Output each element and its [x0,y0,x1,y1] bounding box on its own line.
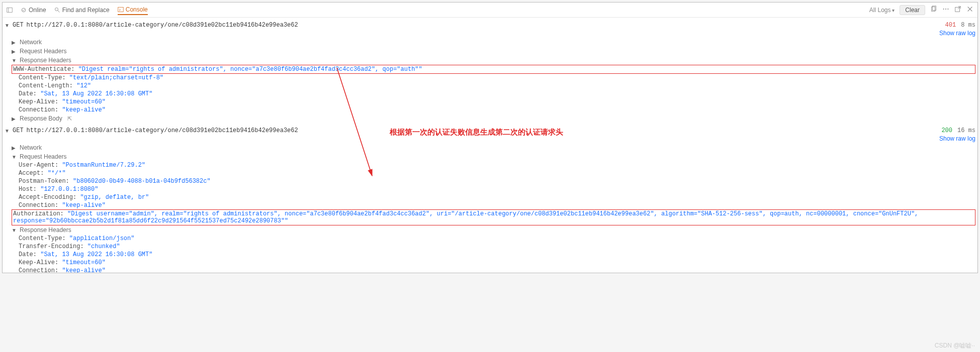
find-replace-label: Find and Replace [62,7,110,14]
entry-1-resp-headers-label: Response Headers [20,57,71,64]
entry-1-resp-headers-toggle[interactable]: ▼ [12,58,17,63]
svg-point-9 [945,9,946,10]
r1-keep-k: Keep-Alive: [19,98,58,105]
entry-1-method: GET [13,22,24,29]
r2-ptoken-k: Postman-Token: [19,178,69,185]
clear-button[interactable]: Clear [900,5,925,15]
r2-host-v: "127.0.0.1:8080" [40,186,98,193]
entry-2-status: 200 [941,127,952,134]
panel-toggle-icon[interactable] [7,7,13,13]
entry-2-req-headers-toggle[interactable]: ▼ [12,154,17,160]
console-tab[interactable]: Console [118,6,148,15]
r2r-conn-k: Connection: [19,267,58,273]
entry-1-resp-body-toggle[interactable]: ▶ [12,116,17,122]
svg-point-3 [55,8,58,11]
log-entry-1: ▼ GET http://127.0.0.1:8080/article-cate… [5,21,975,123]
r1-clen-v: "12" [76,82,91,89]
r1-conn-k: Connection: [19,106,58,113]
log-area: ▼ GET http://127.0.0.1:8080/article-cate… [3,18,977,273]
auth-key: Authorization: [13,210,64,217]
more-icon[interactable] [942,6,949,14]
www-auth-key: WWW-Authenticate: [13,66,74,73]
find-replace[interactable]: Find and Replace [54,7,110,14]
entry-2-req-headers-label: Request Headers [20,153,66,160]
popout-small-icon[interactable]: ⇱ [67,115,72,122]
authorization-header: Authorization: "Digest username="admin",… [12,209,975,225]
entry-1-network-label: Network [20,39,42,46]
r2r-ctype-v: "application/json" [69,235,135,242]
r1-date-k: Date: [19,90,37,97]
entry-2-network-toggle[interactable]: ▶ [12,145,17,151]
svg-rect-5 [118,7,124,12]
entry-2-network-label: Network [20,144,42,151]
r2r-keep-v: "timeout=60" [62,259,105,266]
online-status[interactable]: Online [21,7,46,14]
r2-ua-v: "PostmanRuntime/7.29.2" [62,162,145,169]
entry-2-raw-log[interactable]: Show raw log [939,135,975,142]
r2-ptoken-v: "b80602d0-0b49-4088-b01a-04b9fd56382c" [73,178,211,185]
entry-1-status: 401 [945,22,956,29]
entry-2-url: http://127.0.0.1:8080/article-category/o… [27,127,298,134]
entry-1-toggle[interactable]: ▼ [5,23,10,28]
console-panel: Online Find and Replace Console All Logs… [2,2,978,273]
r1-clen-k: Content-Length: [19,82,73,89]
entry-2-toggle[interactable]: ▼ [5,128,10,134]
r1-ctype-k: Content-Type: [19,74,66,81]
r2-host-k: Host: [19,186,37,193]
r2r-tenc-v: "chunked" [87,243,120,250]
r1-conn-v: "keep-alive" [62,106,105,113]
r2-aenc-k: Accept-Encoding: [19,194,76,201]
www-authenticate-header: WWW-Authenticate: "Digest realm="rights … [12,65,975,74]
entry-1-req-headers-toggle[interactable]: ▶ [12,49,17,54]
log-entry-2: ▼ GET http://127.0.0.1:8080/article-cate… [5,126,975,273]
r1-ctype-v: "text/plain;charset=utf-8" [69,74,163,81]
r2-accept-v: "*/*" [48,170,66,177]
close-icon[interactable] [966,6,973,14]
r2-conn-v: "keep-alive" [62,202,105,209]
auth-val: "Digest username="admin", realm="rights … [13,210,918,224]
log-filter-dropdown[interactable]: All Logs [869,7,895,14]
entry-2-resp-headers-toggle[interactable]: ▼ [12,227,17,233]
r2r-date-v: "Sat, 13 Aug 2022 16:30:08 GMT" [40,251,152,258]
entry-2-method: GET [13,127,24,134]
copy-icon[interactable] [930,6,937,14]
r1-keep-v: "timeout=60" [62,98,105,105]
entry-2-resp-headers-label: Response Headers [20,226,71,233]
r2-accept-k: Accept: [19,170,44,177]
svg-line-4 [57,10,59,12]
www-auth-val: "Digest realm="rights of administrators"… [78,66,422,73]
r2-conn-k: Connection: [19,202,58,209]
entry-1-time: 8 ms [961,22,975,29]
r2-aenc-v: "gzip, deflate, br" [80,194,149,201]
r2r-tenc-k: Transfer-Encoding: [19,243,84,250]
entry-1-raw-log[interactable]: Show raw log [939,30,975,37]
r1-date-v: "Sat, 13 Aug 2022 16:30:08 GMT" [40,90,152,97]
entry-1-network-toggle[interactable]: ▶ [12,40,17,45]
online-label: Online [29,7,46,14]
r2r-date-k: Date: [19,251,37,258]
entry-1-resp-body-label: Response Body [20,115,62,122]
entry-2-time: 16 ms [957,127,975,134]
popout-icon[interactable] [954,6,961,14]
r2-ua-k: User-Agent: [19,162,58,169]
entry-1-url: http://127.0.0.1:8080/article-category/o… [27,22,298,29]
annotation-text: 根据第一次的认证失败信息生成第二次的认证请求头 [390,128,563,137]
svg-rect-0 [7,8,13,12]
svg-point-10 [947,9,948,10]
r2r-ctype-k: Content-Type: [19,235,66,242]
r2r-keep-k: Keep-Alive: [19,259,58,266]
toolbar: Online Find and Replace Console All Logs… [3,3,977,18]
r2r-conn-v: "keep-alive" [62,267,105,273]
svg-point-2 [22,8,26,12]
console-label: Console [126,6,148,13]
svg-point-8 [943,9,944,10]
entry-1-req-headers-label: Request Headers [20,48,66,55]
